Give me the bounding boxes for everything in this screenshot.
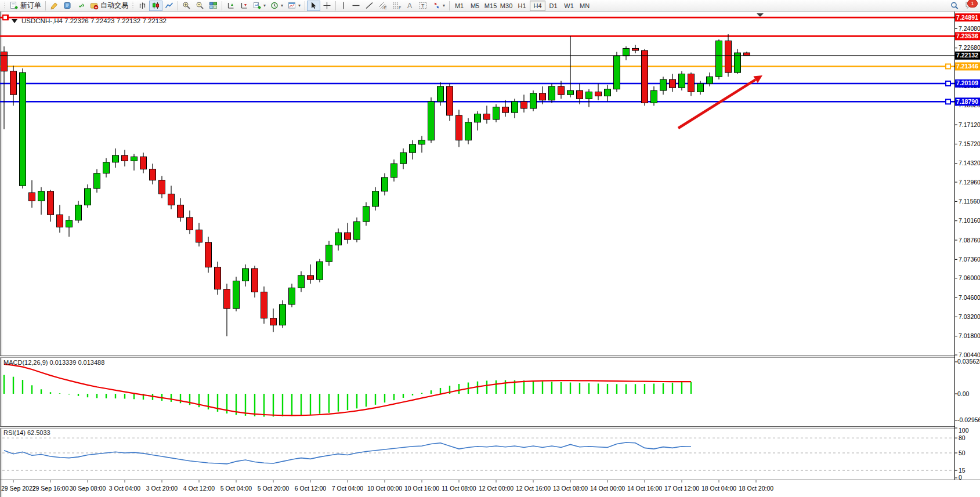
candle-body: [270, 318, 277, 325]
vertical-line-icon: [340, 1, 347, 10]
time-tick-label: 17 Oct 12:00: [664, 485, 699, 492]
toolbar-drag-handle[interactable]: [132, 2, 135, 10]
toolbar-drag-handle[interactable]: [3, 2, 6, 10]
line-chart-type-button[interactable]: [162, 1, 176, 11]
timeframe-M5[interactable]: M5: [467, 1, 483, 11]
equidistant-channel-tool-button[interactable]: E: [376, 1, 390, 11]
time-tick-label: 7 Oct 04:00: [332, 485, 363, 492]
timeframe-H1[interactable]: H1: [514, 1, 530, 11]
timeframe-M30[interactable]: M30: [498, 1, 514, 11]
candle-body: [159, 180, 165, 194]
dropdown-caret-icon: ▾: [281, 3, 283, 8]
indicators-menu-button[interactable]: ▾: [251, 1, 268, 11]
candle-body: [437, 86, 444, 101]
chart-area[interactable]: 7.240807.226807.212807.199207.185207.171…: [0, 12, 980, 497]
line-marker[interactable]: [946, 81, 950, 86]
new-order-label: 新订单: [20, 1, 41, 10]
cursor-tool-button[interactable]: [307, 1, 320, 11]
price-chart-svg[interactable]: 7.240807.226807.212807.199207.185207.171…: [0, 12, 980, 497]
rsi-tick-label: 80: [959, 434, 965, 441]
arrange-up-icon: [226, 1, 235, 10]
candle-body: [707, 77, 713, 84]
dropdown-caret-icon: ▾: [298, 3, 301, 8]
candle-body: [1, 52, 8, 71]
notification-badge: 1: [967, 0, 978, 8]
auto-trading-button[interactable]: 自动交易: [88, 1, 131, 11]
candle-body: [38, 191, 45, 201]
candle-body: [660, 79, 667, 90]
search-icon: [950, 1, 959, 10]
candlestick-chart-type-button[interactable]: [149, 1, 162, 11]
timeframe-W1[interactable]: W1: [561, 1, 577, 11]
horizontal-line-tool-button[interactable]: [349, 1, 363, 11]
candle-body: [744, 53, 750, 56]
text-tool-button[interactable]: A: [404, 1, 416, 11]
timeframe-M15[interactable]: M15: [483, 1, 498, 11]
vertical-line-tool-button[interactable]: [338, 1, 349, 11]
candle-body: [679, 74, 685, 88]
svg-text:7.20109: 7.20109: [956, 79, 978, 86]
new-order-button[interactable]: 新订单: [8, 1, 44, 11]
price-tick-label: 7.11560: [959, 198, 980, 205]
candle-body: [66, 220, 73, 227]
notifications-button[interactable]: 1: [965, 1, 977, 11]
price-tick-label: 7.24080: [959, 25, 980, 32]
rsi-label: RSI(14) 62.5033: [3, 429, 50, 436]
candle-body: [651, 90, 657, 103]
market-watch-button[interactable]: [61, 1, 74, 11]
candle-body: [131, 157, 138, 161]
line-marker[interactable]: [946, 64, 950, 68]
line-marker[interactable]: [3, 15, 8, 20]
candle-body: [540, 93, 546, 100]
candle-body: [150, 169, 156, 180]
dropdown-caret-icon: ▾: [263, 3, 266, 8]
line-marker[interactable]: [946, 99, 950, 104]
zoom-in-button[interactable]: [180, 1, 193, 11]
svg-text:F: F: [399, 6, 401, 10]
arrange-windows-button[interactable]: [237, 1, 251, 11]
horizontal-line-icon: [352, 1, 360, 10]
periods-menu-button[interactable]: ▾: [268, 1, 285, 11]
timeframe-M1[interactable]: M1: [451, 1, 467, 11]
fibonacci-tool-button[interactable]: F: [390, 1, 404, 11]
chart-title: USDCNH-,H4 7.22326 7.22423 7.22132 7.221…: [21, 17, 167, 24]
signals-button[interactable]: [74, 1, 88, 11]
candle-body: [326, 245, 332, 262]
timeframe-D1[interactable]: D1: [545, 1, 561, 11]
candle-body: [558, 86, 565, 95]
timeframe-MN[interactable]: MN: [577, 1, 592, 11]
price-tick-label: 7.12960: [959, 179, 980, 186]
crosshair-tool-button[interactable]: [320, 1, 334, 11]
highlight-tool-button[interactable]: [48, 1, 61, 11]
price-tick-label: 7.15720: [959, 140, 980, 147]
auto-trading-label: 自动交易: [100, 1, 128, 10]
arrange-charts-button[interactable]: [224, 1, 237, 11]
candle-body: [178, 205, 184, 217]
macd-tick-label: -0.029561: [957, 416, 980, 423]
zoom-out-button[interactable]: [193, 1, 207, 11]
svg-text:7.24891: 7.24891: [956, 14, 978, 21]
candle-body: [103, 162, 110, 173]
text-label-tool-button[interactable]: T: [416, 1, 430, 11]
signal-icon: [77, 1, 85, 10]
crosshair-icon: [323, 1, 331, 10]
candle-body: [716, 41, 722, 77]
time-tick-label: 30 Sep 08:00: [70, 485, 106, 492]
tile-windows-button[interactable]: [207, 1, 220, 11]
bar-chart-type-button[interactable]: [136, 1, 149, 11]
candle-body: [289, 288, 295, 304]
arrows-tool-button[interactable]: ▾: [430, 1, 447, 11]
candle-body: [521, 101, 527, 108]
trendline-tool-button[interactable]: [363, 1, 376, 11]
time-tick-label: 12 Oct 16:00: [516, 485, 551, 492]
candle-body: [382, 177, 388, 191]
timeframe-H4[interactable]: H4: [530, 1, 545, 11]
text-label-icon: T: [418, 1, 428, 10]
search-button[interactable]: [948, 1, 961, 11]
price-tick-label: 7.17120: [959, 121, 980, 128]
candle-body: [75, 205, 82, 220]
dropdown-caret-icon: ▾: [443, 3, 445, 8]
cursor-icon: [309, 1, 318, 10]
price-tick-label: 7.04600: [959, 294, 980, 301]
templates-menu-button[interactable]: ▾: [285, 1, 303, 11]
